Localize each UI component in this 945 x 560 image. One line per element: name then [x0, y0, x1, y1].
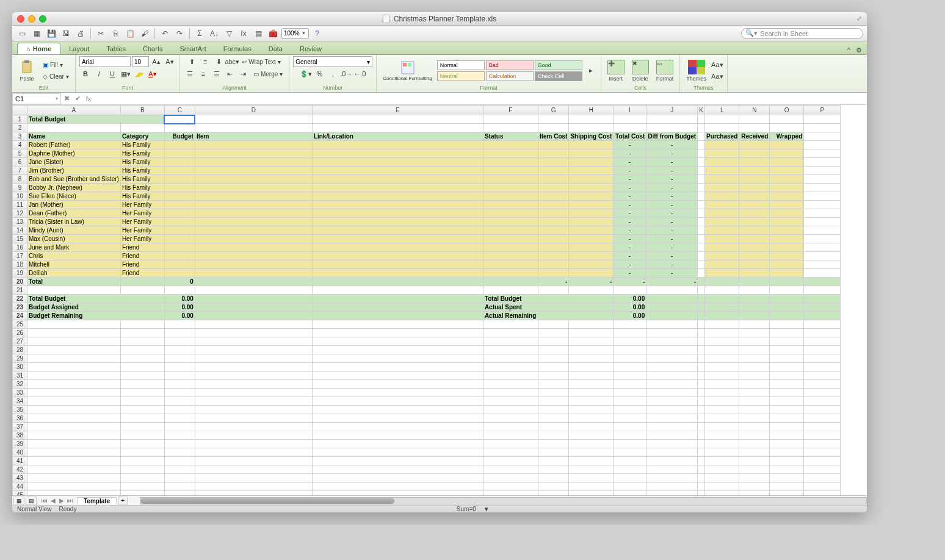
cell[interactable]: Tricia (Sister in Law) — [27, 218, 121, 226]
style-check-cell[interactable]: Check Cell — [535, 71, 582, 81]
cell[interactable] — [195, 269, 312, 278]
cell[interactable] — [739, 431, 770, 440]
cell[interactable] — [739, 397, 770, 406]
cell[interactable] — [195, 303, 312, 312]
cell[interactable] — [739, 474, 770, 483]
cell[interactable] — [27, 389, 121, 397]
cell[interactable]: His Family — [120, 167, 164, 175]
cell[interactable] — [646, 414, 698, 423]
cell[interactable] — [538, 380, 569, 389]
cell[interactable] — [770, 226, 804, 235]
indent-inc-icon[interactable]: ⇥ — [237, 68, 250, 79]
cell[interactable] — [804, 423, 841, 431]
cell[interactable] — [705, 346, 739, 354]
cell[interactable] — [27, 380, 121, 389]
ribbon-collapse[interactable]: ^ ⚙ — [842, 46, 867, 54]
cell[interactable] — [195, 406, 312, 414]
cell[interactable] — [538, 149, 569, 158]
cell[interactable] — [705, 448, 739, 457]
cell[interactable] — [164, 372, 195, 380]
cell[interactable]: Shipping Cost — [569, 132, 614, 141]
row-header[interactable]: 24 — [13, 312, 27, 320]
cell[interactable] — [614, 440, 646, 448]
cell[interactable]: - — [646, 278, 698, 286]
cell[interactable]: - — [646, 226, 698, 235]
col-header-G[interactable]: G — [538, 106, 569, 115]
cell[interactable]: Bobby Jr. (Nephew) — [27, 184, 121, 192]
cell[interactable] — [195, 149, 312, 158]
cell[interactable] — [705, 303, 739, 312]
cell[interactable] — [312, 295, 483, 303]
cell[interactable] — [538, 474, 569, 483]
cell[interactable] — [705, 397, 739, 406]
cell[interactable] — [804, 201, 841, 209]
cell[interactable] — [614, 414, 646, 423]
cell[interactable]: - — [646, 141, 698, 149]
cell[interactable]: Budget — [164, 132, 195, 141]
cell[interactable] — [569, 124, 614, 132]
cell[interactable] — [804, 397, 841, 406]
cell[interactable] — [164, 406, 195, 414]
cell[interactable]: Dean (Father) — [27, 209, 121, 218]
cell[interactable] — [312, 167, 483, 175]
cell[interactable] — [483, 354, 538, 363]
cell[interactable] — [483, 483, 538, 491]
cell[interactable] — [195, 192, 312, 201]
cell[interactable] — [120, 354, 164, 363]
row-header[interactable]: 22 — [13, 295, 27, 303]
cell[interactable] — [804, 414, 841, 423]
cell[interactable]: - — [614, 209, 646, 218]
sheet-tab-template[interactable]: Template — [77, 497, 117, 504]
cell[interactable] — [120, 483, 164, 491]
cell[interactable] — [483, 141, 538, 149]
cell[interactable] — [739, 184, 770, 192]
cell[interactable] — [614, 380, 646, 389]
cell[interactable] — [164, 201, 195, 209]
cell[interactable] — [483, 260, 538, 269]
row-header[interactable]: 32 — [13, 380, 27, 389]
cell[interactable] — [483, 192, 538, 201]
cell[interactable] — [483, 380, 538, 389]
cell[interactable] — [164, 380, 195, 389]
paste-icon[interactable]: 📋 — [124, 27, 136, 40]
cell[interactable] — [312, 337, 483, 346]
cell[interactable] — [739, 414, 770, 423]
cell[interactable] — [164, 474, 195, 483]
cell[interactable]: Daphne (Mother) — [27, 149, 121, 158]
cell[interactable] — [538, 448, 569, 457]
cell[interactable] — [27, 124, 121, 132]
cell[interactable] — [804, 278, 841, 286]
cell[interactable] — [804, 269, 841, 278]
cell[interactable] — [483, 329, 538, 337]
cell[interactable] — [538, 209, 569, 218]
cell[interactable] — [569, 414, 614, 423]
cell[interactable] — [614, 457, 646, 465]
cell[interactable] — [569, 474, 614, 483]
cell[interactable] — [569, 423, 614, 431]
cell[interactable] — [312, 124, 483, 132]
cell[interactable] — [614, 115, 646, 124]
cell[interactable]: Delilah — [27, 269, 121, 278]
row-header[interactable]: 25 — [13, 320, 27, 329]
cell[interactable] — [770, 295, 804, 303]
cell[interactable] — [538, 192, 569, 201]
cell[interactable] — [770, 483, 804, 491]
cell[interactable] — [804, 286, 841, 295]
cell[interactable] — [804, 132, 841, 141]
cell[interactable]: - — [614, 201, 646, 209]
cell[interactable] — [646, 423, 698, 431]
cell[interactable] — [120, 491, 164, 496]
cell[interactable] — [705, 320, 739, 329]
cell[interactable] — [164, 192, 195, 201]
col-header-K[interactable]: K — [698, 106, 705, 115]
cell[interactable] — [705, 184, 739, 192]
cell[interactable]: Jim (Brother) — [27, 167, 121, 175]
cell[interactable] — [646, 372, 698, 380]
select-all-corner[interactable] — [13, 106, 27, 115]
cell[interactable] — [698, 431, 705, 440]
currency-icon[interactable]: 💲▾ — [300, 68, 312, 79]
grow-font-icon[interactable]: A▴ — [150, 56, 162, 67]
cell[interactable] — [739, 354, 770, 363]
cell[interactable] — [698, 457, 705, 465]
cell[interactable] — [739, 448, 770, 457]
